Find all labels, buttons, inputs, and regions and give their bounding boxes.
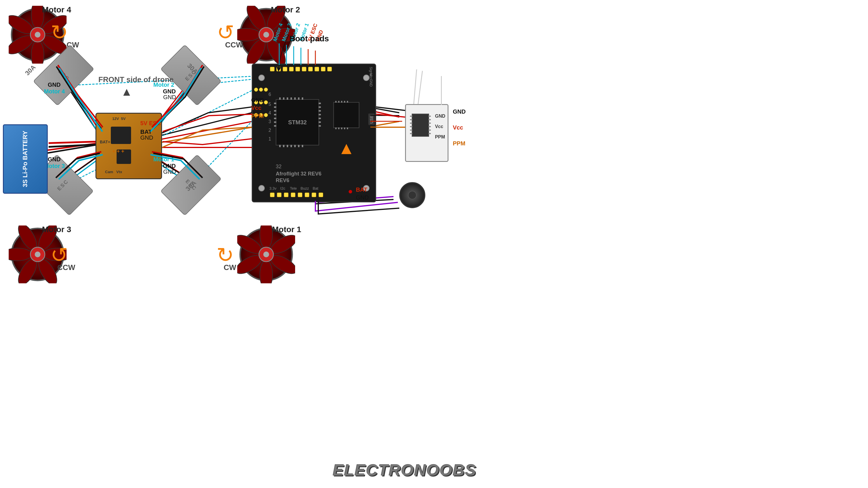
fc-name-32: 32 <box>276 164 281 170</box>
motor2-rotation-label: CCW <box>225 40 243 50</box>
svg-point-50 <box>263 32 269 38</box>
svg-line-74 <box>418 71 423 104</box>
svg-line-17 <box>148 127 253 144</box>
front-arrow: ▲ <box>121 85 132 98</box>
gnd-wire-receiver <box>370 115 399 116</box>
motor4-wire-label: Motor 4 <box>44 88 65 95</box>
svg-line-69 <box>49 142 95 143</box>
fc-bat-label: BAT <box>356 187 368 193</box>
motor4-rotation-arrow: ↻ <box>51 20 68 44</box>
fc-bottom-labels: 3.3vI2cTeleBuzzBat <box>269 186 318 191</box>
receiver-antenna <box>441 76 442 105</box>
receiver-ppm-label: PPM <box>453 140 465 147</box>
wires-overlay-svg <box>0 0 868 488</box>
svg-line-23 <box>414 69 416 104</box>
stm32-label: STM32 <box>288 119 307 126</box>
fc-hole-tr <box>363 74 370 81</box>
ppm-wire <box>370 127 405 128</box>
svg-line-19 <box>46 144 98 153</box>
pad-7 <box>308 67 313 71</box>
fc-name-afro: Afroflight 32 REV6 <box>276 171 321 177</box>
fc-chip2 <box>333 102 359 128</box>
fc-bat-indicator <box>349 190 352 193</box>
motor1-label: Motor 1 <box>272 225 301 234</box>
svg-point-56 <box>9 248 32 261</box>
boot-pads-arrow <box>274 35 303 72</box>
motor1-wire-label: Motor 1 <box>153 156 174 163</box>
receiver-gnd-label: GND <box>453 108 466 115</box>
vcc-wire-receiver <box>370 121 402 122</box>
motor1-rotation-label: CW <box>224 263 236 272</box>
fc-ppm-label: PPM <box>251 113 264 120</box>
fc-board: 654 321 <box>252 64 376 202</box>
svg-point-59 <box>35 252 40 257</box>
fc-nav-arrow: ▲ <box>338 138 355 158</box>
buzzer-center <box>408 191 416 199</box>
fc-pad-gnd <box>254 88 258 92</box>
motor4-label: Motor 4 <box>42 5 71 14</box>
pdb-gnd-label: GND <box>140 134 153 141</box>
gnd2-label-motor2: GND <box>163 94 176 101</box>
motor1-group <box>237 226 295 285</box>
pdb-5v-label: 5V ESC <box>140 120 161 127</box>
fc-gnd-label: GND <box>251 97 264 103</box>
svg-point-41 <box>35 32 40 38</box>
battery: 3S Li-Po BATTERY <box>3 124 48 194</box>
fc-vcc-label: Vcc <box>369 73 373 79</box>
svg-line-70 <box>49 144 95 147</box>
boot-pad <box>270 67 275 71</box>
svg-point-64 <box>260 260 273 283</box>
receiver-pins: GND Vcc PPM <box>435 113 445 140</box>
diagram-container: Motor 4 ↻ CW Motor 2 ↻ CCW <box>0 0 868 488</box>
motor3-label: Motor 3 <box>42 225 71 234</box>
pad-10 <box>327 67 332 71</box>
fc-name-rev: REV6 <box>276 177 289 184</box>
fc-vcc-conn-label: Vcc <box>251 105 261 111</box>
fc-row-nums: 654 321 <box>269 92 271 142</box>
esc4-label: 30A <box>24 64 37 77</box>
svg-line-18 <box>46 143 98 150</box>
fc-bottom-pads <box>270 193 323 197</box>
svg-line-71 <box>376 107 405 110</box>
gnd2-label-motor1: GND <box>163 168 176 175</box>
svg-line-16 <box>149 122 252 142</box>
svg-point-37 <box>31 40 44 64</box>
svg-point-61 <box>260 226 273 249</box>
svg-line-14 <box>148 113 252 139</box>
battery-label: 3S Li-Po BATTERY <box>21 131 30 187</box>
brand-logo: ELECTRONOOBS <box>333 460 476 479</box>
gnd-label-motor3: GND <box>48 156 60 163</box>
receiver-chip <box>412 113 429 137</box>
svg-point-68 <box>263 252 269 257</box>
buzzer <box>399 182 425 208</box>
fc-hole-bl <box>258 185 265 191</box>
fc-gnd-header-label: GND <box>369 79 373 87</box>
pad-9 <box>321 67 326 71</box>
fc-bat-gnd-label: GND <box>356 194 369 201</box>
motor3-rotation-label: CCW <box>57 263 75 272</box>
gnd-label-motor4: GND <box>48 82 60 88</box>
motor2-label: Motor 2 <box>271 5 300 14</box>
fc-hole-tl <box>258 74 265 81</box>
motor1-svg <box>237 226 295 283</box>
stm32-chip: STM32 <box>276 99 319 145</box>
receiver: GND Vcc PPM <box>405 104 448 162</box>
svg-point-47 <box>237 28 260 41</box>
receiver-vcc-label: Vcc <box>453 124 463 131</box>
pad-8 <box>314 67 319 71</box>
wiring-svg <box>0 0 868 488</box>
motor2-wire-label: Motor 2 <box>153 82 174 88</box>
